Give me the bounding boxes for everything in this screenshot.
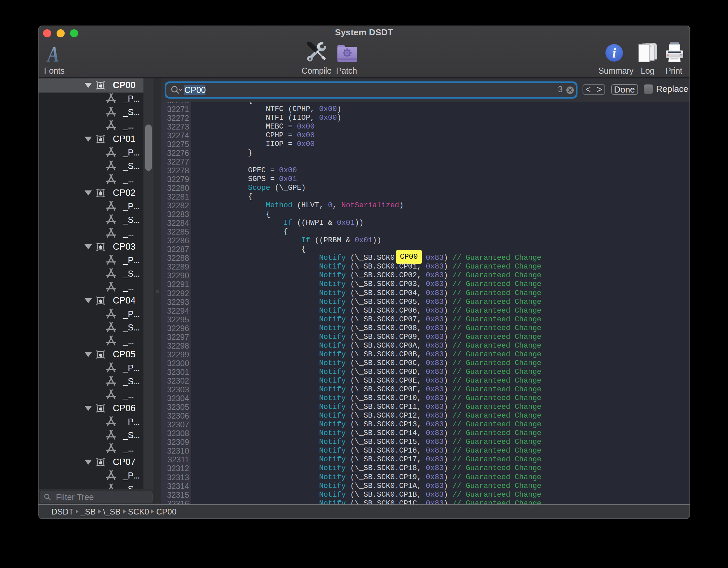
svg-text:i: i [612,45,616,61]
